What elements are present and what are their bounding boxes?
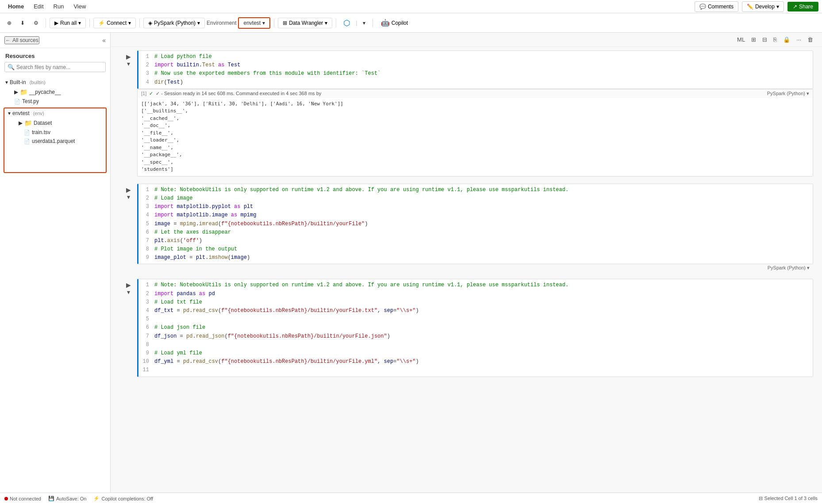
selected-cell-label: Selected Cell 1 of 3 cells: [764, 496, 818, 501]
download-icon: ⬇: [20, 20, 25, 26]
toolbar-divider-4: [274, 19, 274, 27]
develop-chevron: ▾: [776, 4, 779, 10]
comments-label: Comments: [708, 4, 734, 10]
pycache-item[interactable]: ▶ 📁 __pycache__: [0, 87, 110, 97]
dataset-item[interactable]: ▶ 📁 Dataset: [4, 118, 106, 128]
cell-2-expand-button[interactable]: ▾: [127, 193, 130, 200]
line-3-5: 5: [142, 315, 809, 323]
testpy-item[interactable]: 📄 Test.py: [0, 97, 110, 106]
output-line-3: '__cached__',: [141, 115, 809, 123]
envtest-button[interactable]: envtest ▾: [238, 17, 270, 29]
dataset-label: Dataset: [34, 120, 52, 126]
cell-2-body: 1# Note: NotebookUtils is only supported…: [137, 184, 813, 265]
search-input[interactable]: [16, 64, 103, 70]
cell-2-output-bar: PySpark (Python) ▾: [137, 264, 813, 272]
run-all-label: Run all: [60, 20, 77, 26]
cell-1-body: 1# Load python file 2import builtin.Test…: [137, 50, 813, 89]
output-lang-2-label: PySpark (Python): [768, 265, 806, 270]
share-button[interactable]: ↗ Share: [787, 2, 818, 12]
copilot-button[interactable]: 🤖 Copilot: [376, 17, 412, 29]
run-all-button[interactable]: ▶ Run all ▾: [50, 18, 86, 28]
builtin-section-header[interactable]: ▾ Built-in (builtin): [0, 77, 110, 87]
output-lang-1[interactable]: PySpark (Python) ▾: [767, 91, 809, 96]
toolbar-divider-1: [46, 19, 46, 27]
back-button[interactable]: ← All sources: [4, 36, 39, 44]
cell-2-run-button[interactable]: ▶: [126, 186, 131, 193]
pyspark-label: PySpark (Python): [154, 20, 196, 26]
connection-status: Not connected: [4, 496, 41, 501]
line-2-2: 2# Load image: [142, 194, 809, 203]
menu-home[interactable]: Home: [4, 1, 28, 12]
cell-3-run-button[interactable]: ▶: [126, 281, 131, 289]
develop-button[interactable]: ✏️ Develop ▾: [742, 1, 784, 12]
cell-3-expand-button[interactable]: ▾: [127, 289, 130, 296]
cell-3-row: ▶ ▾ 1# Note: NotebookUtils is only suppo…: [119, 279, 813, 377]
line-2-1: 1# Note: NotebookUtils is only supported…: [142, 186, 809, 194]
cell-1-output-text: [['jack', 34, '36'], ['Riti', 30, 'Delhi…: [138, 98, 813, 176]
datawrangler-button[interactable]: ⊞ Data Wrangler ▾: [278, 18, 332, 28]
menu-view[interactable]: View: [69, 1, 90, 12]
line-3-3: 3# Load txt file: [142, 298, 809, 307]
file-tree: ▾ Built-in (builtin) ▶ 📁 __pycache__ 📄 T…: [0, 76, 110, 492]
cell-2-row: ▶ ▾ 1# Note: NotebookUtils is only suppo…: [119, 184, 813, 265]
develop-icon: ✏️: [747, 4, 753, 10]
datawrangler-label: Data Wrangler: [289, 20, 323, 26]
envtest-section-header[interactable]: ▾ envtest (env): [4, 108, 106, 118]
line-1-1: 1# Load python file: [142, 53, 809, 61]
builtin-label: Built-in: [10, 79, 26, 85]
toolbar-divider-5: [336, 19, 336, 27]
split-button[interactable]: ⊟: [761, 35, 769, 44]
autosave-label: AutoSave: On: [56, 496, 87, 501]
copy-button[interactable]: ⎘: [772, 35, 779, 44]
connect-label: Connect: [107, 20, 127, 26]
comments-button[interactable]: 💬 Comments: [695, 1, 738, 12]
vscode-extra-button[interactable]: ▾: [359, 18, 369, 28]
pyspark-button[interactable]: ◈ PySpark (Python) ▾: [143, 18, 205, 28]
copilot-label: Copilot: [392, 20, 408, 26]
add-cell-button[interactable]: ⊕: [4, 18, 15, 28]
output-line-8: '__package__',: [141, 151, 809, 159]
line-1-3: 3# Now use the exported members from thi…: [142, 69, 809, 78]
toolbar-divider-3: [139, 19, 140, 27]
collapse-sidebar-button[interactable]: «: [102, 37, 106, 44]
settings-button[interactable]: ⚙: [30, 18, 42, 28]
cell-1-expand-button[interactable]: ▾: [127, 60, 130, 67]
connect-button[interactable]: ⚡ Connect ▾: [93, 18, 136, 28]
share-icon: ↗: [793, 4, 797, 10]
copilot-status: ⚡ Copilot completions: Off: [93, 496, 153, 501]
copilot-status-label: Copilot completions: Off: [101, 496, 153, 501]
main-area: ← All sources « Resources 🔍 ▾ Built-in (…: [0, 33, 822, 492]
sidebar-header: ← All sources «: [0, 33, 110, 48]
envtest-label: envtest: [243, 20, 261, 26]
line-1-2: 2import builtin.Test as Test: [142, 61, 809, 69]
train-file-icon: 📄: [24, 130, 30, 135]
train-tsv-item[interactable]: 📄 train.tsv: [4, 128, 106, 137]
menu-edit[interactable]: Edit: [29, 1, 48, 12]
line-1-4: 4dir(Test): [142, 78, 809, 87]
copilot-status-icon: ⚡: [93, 496, 100, 501]
toolbar-divider-2: [89, 19, 90, 27]
cell-3-controls: ▶ ▾: [119, 279, 137, 296]
output-line-6: '__loader__',: [141, 137, 809, 144]
output-lang-2[interactable]: PySpark (Python) ▾: [768, 265, 810, 271]
vscode-button[interactable]: ⬡: [340, 16, 354, 30]
cell-2-code: 1# Note: NotebookUtils is only supported…: [138, 184, 813, 264]
output-line-7: '__name__',: [141, 144, 809, 152]
table-button[interactable]: ⊞: [749, 35, 758, 44]
testpy-file-icon: 📄: [14, 99, 20, 104]
cell-1-output: [1] ✓ ✓ - Session ready in 14 sec 608 ms…: [137, 89, 813, 177]
toolbar: ⊕ ⬇ ⚙ ▶ Run all ▾ ⚡ Connect ▾ ◈ PySpark …: [0, 13, 822, 33]
line-3-11: 11: [142, 366, 809, 374]
delete-button[interactable]: 🗑: [806, 35, 815, 44]
ml-button[interactable]: ML: [735, 35, 747, 44]
userdata-item[interactable]: 📄 userdata1.parquet: [4, 137, 106, 146]
menu-run[interactable]: Run: [49, 1, 69, 12]
more-button[interactable]: ···: [795, 35, 803, 44]
lock-button[interactable]: 🔒: [781, 35, 792, 44]
cell-1-run-button[interactable]: ▶: [126, 53, 131, 60]
download-button[interactable]: ⬇: [17, 18, 28, 28]
cell-1-controls: ▶ ▾: [119, 50, 137, 67]
cell-1-output-bar: [1] ✓ ✓ - Session ready in 14 sec 608 ms…: [138, 89, 813, 98]
output-check-icon: ✓: [149, 91, 153, 96]
not-connected-label: Not connected: [10, 496, 41, 501]
